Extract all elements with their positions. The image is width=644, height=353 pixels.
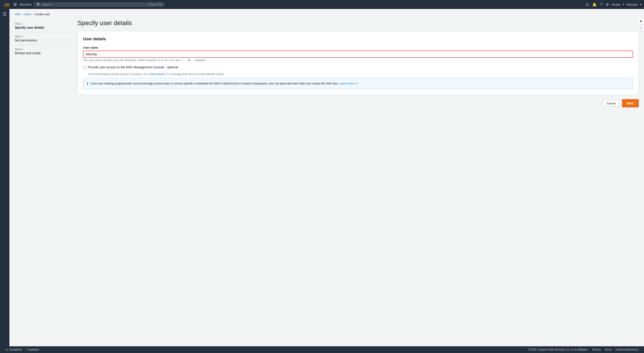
account-arrow: ▾	[640, 3, 641, 6]
learn-more-link[interactable]: Learn more	[339, 82, 354, 85]
footer-right: © 2024, Amazon Web Services, Inc. or its…	[528, 348, 639, 351]
info-box: ℹ If you are creating programmatic acces…	[83, 78, 633, 89]
feedback-float-icon[interactable]: ⊕	[638, 18, 644, 24]
step-2: Step 2 Set permissions	[15, 32, 72, 45]
steps-panel: Step 1 Specify user details Step 2 Set p…	[15, 20, 78, 107]
breadcrumb: IAM › Users › Create user	[15, 12, 639, 16]
console-access-label[interactable]: Provide user access to the AWS Managemen…	[88, 66, 178, 69]
step-1: Step 1 Specify user details	[15, 20, 72, 32]
actions-bar: Cancel Next	[78, 99, 639, 107]
form-area: Specify user details User details User n…	[78, 20, 639, 107]
console-access-checkbox[interactable]	[83, 66, 86, 69]
step-2-title: Set permissions	[15, 38, 72, 42]
username-label: User name	[83, 46, 633, 49]
footer-separator: |	[24, 348, 25, 351]
info-icon: ℹ	[87, 82, 88, 86]
copyright-text: © 2024, Amazon Web Services, Inc. or its…	[528, 348, 588, 351]
console-checkbox-row: Provide user access to the AWS Managemen…	[83, 66, 633, 69]
search-bar[interactable]: 🔍 [Option+S]	[34, 2, 164, 6]
footer-left: ⊡ CloudShell | Feedback	[5, 348, 39, 351]
step-1-number: Step 1	[15, 22, 72, 25]
breadcrumb-sep-2: ›	[32, 13, 33, 16]
breadcrumb-sep-1: ›	[21, 13, 22, 16]
cloudshell-icon: ⊡	[5, 348, 8, 351]
best-practice-link[interactable]: best practice ↗	[150, 72, 168, 76]
console-access-hint: If you're providing console access to a …	[88, 72, 633, 76]
account-menu[interactable]: blitzship	[627, 3, 637, 6]
region-selector[interactable]: Global	[612, 3, 620, 6]
step-3-title: Review and create	[15, 51, 72, 55]
cloudshell-label: CloudShell	[9, 348, 22, 351]
cloudshell-button[interactable]: ⊡ CloudShell	[5, 348, 22, 351]
info-text: If you are creating programmatic access …	[90, 81, 358, 86]
terminal-icon[interactable]: ⊡	[586, 2, 589, 7]
next-button[interactable]: Next	[622, 99, 639, 107]
footer: ⊡ CloudShell | Feedback © 2024, Amazon W…	[0, 346, 644, 353]
user-details-card: User details User name The user name can…	[78, 31, 639, 95]
top-navigation: ⊞ Services 🔍 [Option+S] ⊡ 🔔 ? ⚙ Global ▾…	[0, 0, 644, 9]
aws-logo[interactable]	[3, 2, 11, 7]
terms-link[interactable]: Terms	[604, 348, 612, 351]
username-hint: The user name can have up to 64 characte…	[83, 59, 633, 62]
breadcrumb-current: Create user	[35, 12, 50, 16]
cookie-preferences-link[interactable]: Cookie preferences	[615, 348, 639, 351]
main-content: IAM › Users › Create user Step 1 Specify…	[10, 9, 644, 346]
step-3: Step 3 Review and create	[15, 45, 72, 58]
privacy-link[interactable]: Privacy	[592, 348, 601, 351]
left-sidebar: ☰	[0, 9, 10, 346]
bell-icon[interactable]: 🔔	[592, 2, 597, 7]
cancel-button[interactable]: Cancel	[602, 100, 619, 106]
help-icon[interactable]: ?	[600, 2, 602, 6]
step-1-title: Specify user details	[15, 26, 72, 29]
page-title: Specify user details	[78, 20, 639, 27]
step-2-number: Step 2	[15, 35, 72, 38]
grid-icon[interactable]: ⊞	[14, 2, 17, 7]
card-title: User details	[83, 37, 633, 42]
feedback-link[interactable]: Feedback	[27, 348, 39, 351]
services-link[interactable]: Services	[20, 3, 32, 6]
search-input[interactable]	[42, 3, 147, 6]
username-field: User name The user name can have up to 6…	[83, 46, 633, 62]
region-arrow: ▾	[623, 3, 624, 6]
breadcrumb-iam[interactable]: IAM	[15, 12, 20, 16]
page-layout: Step 1 Specify user details Step 2 Set p…	[15, 20, 639, 107]
step-3-number: Step 3	[15, 48, 72, 51]
settings-icon[interactable]: ⚙	[606, 2, 609, 7]
nav-icons: ⊡ 🔔 ? ⚙	[586, 2, 609, 7]
hamburger-icon[interactable]: ☰	[3, 11, 7, 16]
breadcrumb-users[interactable]: Users	[24, 12, 31, 16]
right-float-panel: ⊕ 🕐	[638, 18, 644, 31]
username-input[interactable]	[83, 50, 633, 58]
search-icon: 🔍	[37, 3, 40, 6]
history-float-icon[interactable]: 🕐	[638, 25, 644, 31]
search-shortcut: [Option+S]	[149, 3, 162, 6]
